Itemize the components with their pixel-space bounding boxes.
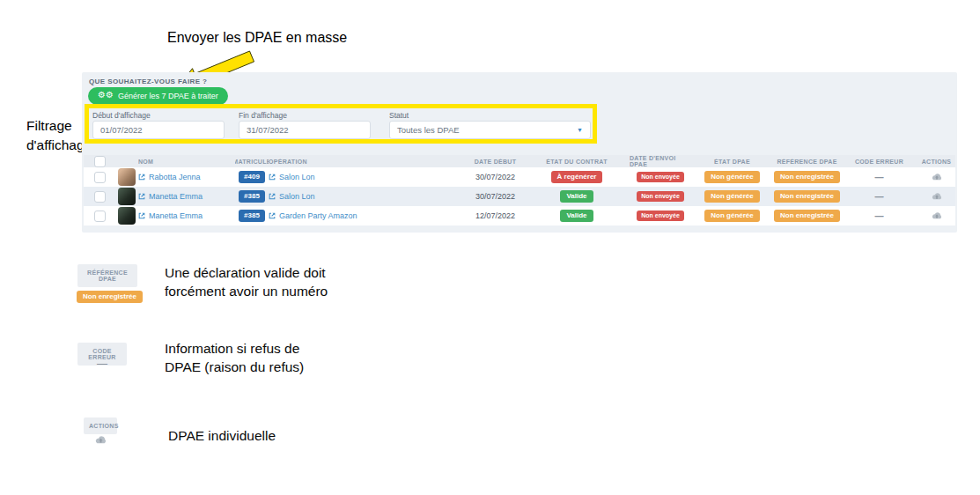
row-matricule-cell: #385 xyxy=(235,210,269,222)
header-reference-dpae: Référence DPAE xyxy=(773,159,841,165)
status-select[interactable]: Toutes les DPAE ▼ xyxy=(389,121,591,139)
panel-question: Que souhaitez-vous faire ? xyxy=(89,78,207,85)
annotation-reference-line2: forcément avoir un numéro xyxy=(165,282,328,300)
row-operation-cell: Salon Lon xyxy=(269,192,467,201)
operation-name: Salon Lon xyxy=(279,192,315,201)
row-reference-cell: Non enregistrée xyxy=(773,210,841,222)
row-checkbox-cell xyxy=(84,172,115,183)
row-checkbox-cell xyxy=(84,191,115,203)
non-enregistree-badge: Non enregistrée xyxy=(77,291,143,303)
row-code-erreur-cell: — xyxy=(841,211,917,221)
annotation-reference-text: Une déclaration valide doit forcément av… xyxy=(165,263,328,300)
etat-dpae-badge: Non générée xyxy=(704,171,759,183)
row-matricule-cell: #385 xyxy=(235,190,269,203)
row-avatar-cell xyxy=(115,188,138,205)
download-dpae-button[interactable] xyxy=(931,173,943,181)
row-actions-cell xyxy=(917,173,955,181)
cloud-upload-icon xyxy=(931,173,943,181)
row-code-erreur-cell: — xyxy=(841,173,917,182)
date-envoi-badge: Non envoyée xyxy=(637,172,684,182)
download-dpae-button[interactable] xyxy=(931,211,943,220)
table-body: Rabotta Jenna#409Salon Lon30/07/2022À re… xyxy=(84,167,955,225)
annotation-error-text: Information si refus de DPAE (raison du … xyxy=(165,339,304,376)
annotation-error-line2: DPAE (raison du refus) xyxy=(165,358,304,376)
etat-dpae-badge: Non générée xyxy=(704,210,759,222)
annotation-reference-line1: Une déclaration valide doit xyxy=(165,263,328,282)
header-code-erreur: Code erreur xyxy=(841,159,917,165)
code-erreur-value: — xyxy=(875,211,884,221)
etat-dpae-badge: Non générée xyxy=(704,190,759,203)
avatar xyxy=(118,207,136,225)
cloud-upload-icon xyxy=(931,192,943,201)
status-label: Statut xyxy=(389,111,409,120)
row-actions-cell xyxy=(917,192,955,201)
row-etat-contrat-cell: Valide xyxy=(524,210,630,222)
operation-link[interactable]: Salon Lon xyxy=(269,173,315,181)
header-checkbox-cell xyxy=(84,156,115,167)
row-checkbox[interactable] xyxy=(94,172,106,183)
date-envoi-badge: Non envoyée xyxy=(637,211,684,221)
operation-name: Salon Lon xyxy=(279,173,315,181)
row-avatar-cell xyxy=(115,207,138,225)
row-date-debut-cell: 12/07/2022 xyxy=(467,211,524,220)
row-date-debut-cell: 30/07/2022 xyxy=(467,173,524,181)
row-checkbox[interactable] xyxy=(94,191,106,203)
employee-name: Rabotta Jenna xyxy=(149,173,201,181)
row-envoi-cell: Non envoyée xyxy=(630,172,691,182)
avatar xyxy=(118,188,136,205)
row-reference-cell: Non enregistrée xyxy=(773,190,841,203)
row-name-cell: Rabotta Jenna xyxy=(138,173,235,181)
dpae-table: Nom Matricule Opération Date début État … xyxy=(84,155,955,225)
table-header-row: Nom Matricule Opération Date début État … xyxy=(84,155,955,167)
select-all-checkbox[interactable] xyxy=(94,156,106,167)
date-debut: 12/07/2022 xyxy=(475,211,515,220)
reference-dpae-badge: Non enregistrée xyxy=(774,171,840,183)
row-envoi-cell: Non envoyée xyxy=(630,211,691,221)
code-erreur-value: — xyxy=(77,358,127,370)
date-envoi-badge: Non envoyée xyxy=(637,191,684,202)
reference-dpae-badge: Non enregistrée xyxy=(774,210,840,222)
generate-dpae-label: Générer les 7 DPAE à traiter xyxy=(118,92,218,100)
annotation-send-mass: Envoyer les DPAE en masse xyxy=(167,30,347,46)
annotation-error-line1: Information si refus de xyxy=(165,339,304,358)
row-etat-contrat-cell: À regénérer xyxy=(524,171,630,183)
row-checkbox-cell xyxy=(84,211,115,222)
row-avatar-cell xyxy=(115,168,138,186)
table-row: Manetta Emma#385Salon Lon30/07/2022Valid… xyxy=(84,187,955,206)
download-dpae-button[interactable] xyxy=(931,192,943,201)
table-row: Rabotta Jenna#409Salon Lon30/07/2022À re… xyxy=(84,167,955,187)
actions-chip: Actions xyxy=(84,417,117,434)
external-link-icon xyxy=(269,174,276,181)
external-link-icon xyxy=(138,174,145,181)
end-date-label: Fin d'affichage xyxy=(239,111,287,120)
row-actions-cell xyxy=(917,211,955,220)
header-date-debut: Date début xyxy=(467,159,524,165)
row-reference-cell: Non enregistrée xyxy=(773,171,841,183)
employee-link[interactable]: Rabotta Jenna xyxy=(138,173,201,181)
employee-name: Manetta Emma xyxy=(149,192,203,201)
operation-link[interactable]: Garden Party Amazon xyxy=(269,211,357,220)
generate-dpae-button[interactable]: ⚙⚙ Générer les 7 DPAE à traiter xyxy=(88,87,228,105)
header-date-envoi: Date d'envoi DPAE xyxy=(630,155,691,167)
employee-link[interactable]: Manetta Emma xyxy=(138,192,203,201)
date-debut: 30/07/2022 xyxy=(475,192,515,201)
reference-dpae-badge: Non enregistrée xyxy=(774,190,840,203)
row-date-debut-cell: 30/07/2022 xyxy=(467,192,524,201)
row-checkbox[interactable] xyxy=(94,211,106,222)
operation-link[interactable]: Salon Lon xyxy=(269,192,315,201)
row-envoi-cell: Non envoyée xyxy=(630,191,691,202)
employee-name: Manetta Emma xyxy=(149,211,203,220)
external-link-icon xyxy=(138,193,145,200)
start-date-input[interactable] xyxy=(92,121,225,139)
screenshot-canvas: Envoyer les DPAE en masse Filtrage d'aff… xyxy=(0,0,980,495)
row-etat-dpae-cell: Non générée xyxy=(691,210,773,222)
caret-down-icon: ▼ xyxy=(577,127,583,133)
row-etat-dpae-cell: Non générée xyxy=(691,190,773,203)
employee-link[interactable]: Manetta Emma xyxy=(138,211,203,220)
code-erreur-value: — xyxy=(875,192,884,202)
header-matricule: Matricule xyxy=(235,159,269,165)
external-link-icon xyxy=(269,193,276,200)
etat-contrat-badge: À regénérer xyxy=(551,171,603,183)
row-operation-cell: Salon Lon xyxy=(269,173,467,181)
end-date-input[interactable] xyxy=(239,121,371,139)
